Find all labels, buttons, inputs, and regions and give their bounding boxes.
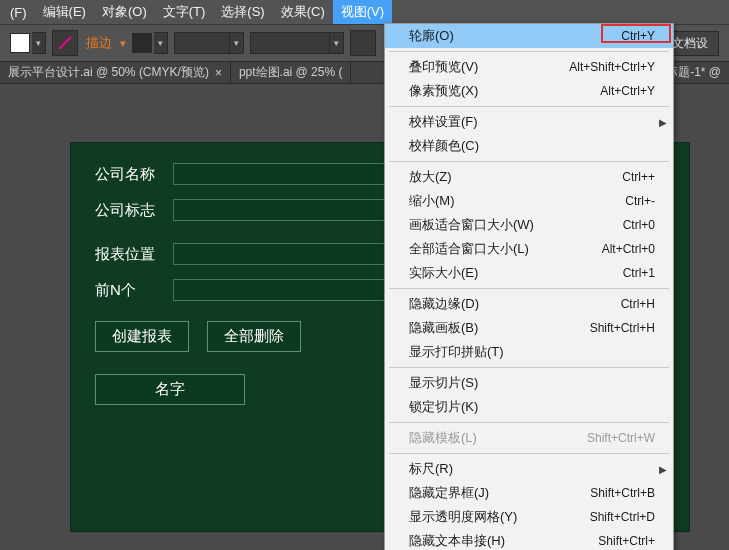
menu-item-shortcut: Ctrl+0 <box>623 218 655 232</box>
menu-separator <box>389 106 669 107</box>
stroke-swatch-group[interactable]: ▾ <box>132 32 168 54</box>
menu-item-shortcut: Alt+Ctrl+Y <box>600 84 655 98</box>
menu-item-11[interactable]: 全部适合窗口大小(L)Alt+Ctrl+0 <box>385 237 673 261</box>
stroke-dropdown-icon[interactable]: ▾ <box>154 32 168 54</box>
menu-item-label: 画板适合窗口大小(W) <box>409 216 534 234</box>
menu-item-shortcut: Shift+Ctrl+H <box>590 321 655 335</box>
menu-item-2[interactable]: 叠印预览(V)Alt+Shift+Ctrl+Y <box>385 55 673 79</box>
menu-item-shortcut: Shift+Ctrl+B <box>590 486 655 500</box>
tab-2-label: ppt绘图.ai @ 25% ( <box>239 64 343 81</box>
menubar: (F) 编辑(E) 对象(O) 文字(T) 选择(S) 效果(C) 视图(V) <box>0 0 729 24</box>
menu-item-shortcut: Shift+Ctrl+W <box>587 431 655 445</box>
line-tool-icon[interactable] <box>52 30 78 56</box>
menu-item-26[interactable]: 隐藏文本串接(H)Shift+Ctrl+ <box>385 529 673 550</box>
menu-item-8[interactable]: 放大(Z)Ctrl++ <box>385 165 673 189</box>
submenu-arrow-icon: ▶ <box>659 464 667 475</box>
menu-item-label: 叠印预览(V) <box>409 58 478 76</box>
stroke-style-combo[interactable] <box>250 32 330 54</box>
menu-item-label: 显示透明度网格(Y) <box>409 508 517 526</box>
field-top-n[interactable] <box>173 279 393 301</box>
menu-separator <box>389 288 669 289</box>
menu-item-23[interactable]: 标尺(R)▶ <box>385 457 673 481</box>
menu-item-label: 放大(Z) <box>409 168 452 186</box>
tool-icon-a[interactable] <box>350 30 376 56</box>
fill-dropdown-icon[interactable]: ▾ <box>32 32 46 54</box>
menu-item-label: 隐藏模板(L) <box>409 429 477 447</box>
menu-item-shortcut: Alt+Shift+Ctrl+Y <box>569 60 655 74</box>
label-top-n: 前N个 <box>95 281 163 300</box>
menu-item-5[interactable]: 校样设置(F)▶ <box>385 110 673 134</box>
combo-dd-2[interactable]: ▾ <box>330 32 344 54</box>
menu-text[interactable]: 文字(T) <box>155 0 214 24</box>
menu-item-label: 缩小(M) <box>409 192 455 210</box>
menu-item-14[interactable]: 隐藏边缘(D)Ctrl+H <box>385 292 673 316</box>
submenu-arrow-icon: ▶ <box>659 117 667 128</box>
menu-item-label: 隐藏边缘(D) <box>409 295 479 313</box>
menu-item-label: 隐藏定界框(J) <box>409 484 489 502</box>
label-company-logo: 公司标志 <box>95 201 163 220</box>
menu-separator <box>389 367 669 368</box>
stroke-swatch[interactable] <box>132 33 152 53</box>
column-name: 名字 <box>95 374 245 405</box>
menu-item-shortcut: Ctrl+1 <box>623 266 655 280</box>
menu-item-label: 隐藏画板(B) <box>409 319 478 337</box>
menu-separator <box>389 161 669 162</box>
stroke-label: 描边 <box>84 34 114 52</box>
create-report-button[interactable]: 创建报表 <box>95 321 189 352</box>
menu-item-10[interactable]: 画板适合窗口大小(W)Ctrl+0 <box>385 213 673 237</box>
field-company-name[interactable] <box>173 163 393 185</box>
menu-item-label: 校样设置(F) <box>409 113 478 131</box>
svg-line-0 <box>59 37 71 49</box>
menu-item-shortcut: Shift+Ctrl+D <box>590 510 655 524</box>
view-menu-dropdown: 轮廓(O)Ctrl+Y叠印预览(V)Alt+Shift+Ctrl+Y像素预览(X… <box>384 23 674 550</box>
delete-all-button[interactable]: 全部删除 <box>207 321 301 352</box>
menu-object[interactable]: 对象(O) <box>94 0 155 24</box>
menu-item-25[interactable]: 显示透明度网格(Y)Shift+Ctrl+D <box>385 505 673 529</box>
menu-item-shortcut: Ctrl+H <box>621 297 655 311</box>
menu-item-shortcut: Ctrl+- <box>625 194 655 208</box>
menu-item-3[interactable]: 像素预览(X)Alt+Ctrl+Y <box>385 79 673 103</box>
menu-item-9[interactable]: 缩小(M)Ctrl+- <box>385 189 673 213</box>
menu-item-label: 显示切片(S) <box>409 374 478 392</box>
menu-item-label: 标尺(R) <box>409 460 453 478</box>
menu-item-label: 显示打印拼贴(T) <box>409 343 504 361</box>
menu-item-label: 像素预览(X) <box>409 82 478 100</box>
menu-item-label: 校样颜色(C) <box>409 137 479 155</box>
menu-item-18[interactable]: 显示切片(S) <box>385 371 673 395</box>
menu-select[interactable]: 选择(S) <box>213 0 272 24</box>
menu-item-shortcut: Alt+Ctrl+0 <box>602 242 655 256</box>
combo-dd-1[interactable]: ▾ <box>230 32 244 54</box>
menu-separator <box>389 422 669 423</box>
field-company-logo[interactable] <box>173 199 393 221</box>
menu-item-6[interactable]: 校样颜色(C) <box>385 134 673 158</box>
menu-item-label: 隐藏文本串接(H) <box>409 532 505 550</box>
menu-file[interactable]: (F) <box>2 2 35 23</box>
menu-edit[interactable]: 编辑(E) <box>35 0 94 24</box>
menu-item-0[interactable]: 轮廓(O)Ctrl+Y <box>385 24 673 48</box>
menu-item-12[interactable]: 实际大小(E)Ctrl+1 <box>385 261 673 285</box>
menu-item-label: 实际大小(E) <box>409 264 478 282</box>
menu-separator <box>389 51 669 52</box>
menu-item-19[interactable]: 锁定切片(K) <box>385 395 673 419</box>
tab-1[interactable]: 展示平台设计.ai @ 50% (CMYK/预览) × <box>0 62 231 83</box>
fill-swatch-group[interactable]: ▾ <box>10 32 46 54</box>
stroke-weight-combo[interactable] <box>174 32 230 54</box>
menu-item-shortcut: Ctrl++ <box>622 170 655 184</box>
menu-item-shortcut: Ctrl+Y <box>621 29 655 43</box>
menu-item-24[interactable]: 隐藏定界框(J)Shift+Ctrl+B <box>385 481 673 505</box>
menu-item-15[interactable]: 隐藏画板(B)Shift+Ctrl+H <box>385 316 673 340</box>
label-report-pos: 报表位置 <box>95 245 163 264</box>
menu-item-16[interactable]: 显示打印拼贴(T) <box>385 340 673 364</box>
menu-view[interactable]: 视图(V) <box>333 0 392 24</box>
field-report-pos[interactable] <box>173 243 393 265</box>
menu-item-shortcut: Shift+Ctrl+ <box>598 534 655 548</box>
menu-item-label: 轮廓(O) <box>409 27 454 45</box>
tab-1-label: 展示平台设计.ai @ 50% (CMYK/预览) <box>8 64 209 81</box>
menu-item-label: 全部适合窗口大小(L) <box>409 240 529 258</box>
menu-effect[interactable]: 效果(C) <box>273 0 333 24</box>
menu-item-21: 隐藏模板(L)Shift+Ctrl+W <box>385 426 673 450</box>
menu-item-label: 锁定切片(K) <box>409 398 478 416</box>
fill-swatch[interactable] <box>10 33 30 53</box>
tab-2[interactable]: ppt绘图.ai @ 25% ( <box>231 62 352 83</box>
tab-1-close-icon[interactable]: × <box>215 66 222 80</box>
